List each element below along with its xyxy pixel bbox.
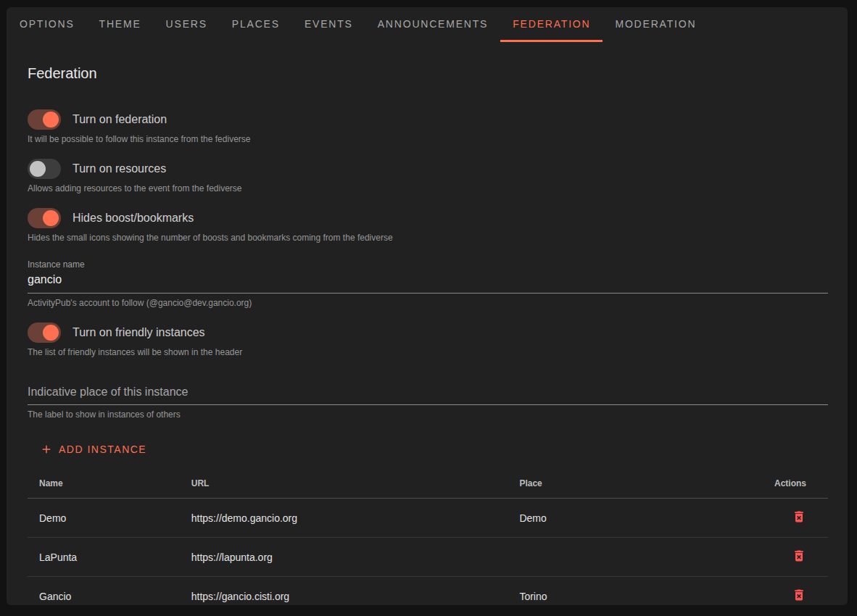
- instance-place-cell: Torino: [508, 577, 732, 606]
- toggle-thumb: [43, 210, 59, 226]
- resources-toggle-label: Turn on resources: [73, 162, 166, 175]
- boost-switch-group: Hides boost/bookmarks Hides the small ic…: [28, 208, 828, 243]
- instance-url-cell: https://gancio.cisti.org: [180, 577, 508, 606]
- instance-place-hint: The label to show in instances of others: [28, 409, 828, 420]
- tab-announcements[interactable]: ANNOUNCEMENTS: [365, 7, 501, 42]
- add-instance-button[interactable]: ADD INSTANCE: [28, 436, 158, 462]
- column-header-url: URL: [180, 471, 508, 499]
- federation-toggle[interactable]: [28, 109, 61, 130]
- table-row: Gancio https://gancio.cisti.org Torino: [28, 577, 828, 606]
- column-header-place: Place: [508, 471, 732, 499]
- instance-url-cell: https://lapunta.org: [180, 538, 508, 577]
- instance-name-cell: Gancio: [28, 577, 180, 606]
- table-row: Demo https://demo.gancio.org Demo: [28, 499, 828, 538]
- instance-name-field-group: Instance name ActivityPub's account to f…: [28, 259, 828, 308]
- tab-moderation[interactable]: MODERATION: [603, 7, 708, 42]
- toggle-thumb: [30, 161, 46, 177]
- trash-delete-icon: [792, 549, 806, 563]
- admin-tab-bar: OPTIONS THEME USERS PLACES EVENTS ANNOUN…: [7, 7, 848, 42]
- federation-toggle-hint: It will be possible to follow this insta…: [28, 134, 828, 144]
- federation-settings-panel: Federation Turn on federation It will be…: [7, 65, 848, 605]
- instance-name-cell: LaPunta: [28, 538, 180, 577]
- tab-federation[interactable]: FEDERATION: [500, 7, 603, 42]
- instance-name-label: Instance name: [28, 259, 828, 270]
- friendly-switch-group: Turn on friendly instances The list of f…: [28, 322, 828, 357]
- tab-events[interactable]: EVENTS: [292, 7, 365, 42]
- instance-name-hint: ActivityPub's account to follow (@gancio…: [28, 298, 828, 308]
- tab-users[interactable]: USERS: [154, 7, 220, 42]
- resources-toggle[interactable]: [28, 159, 61, 179]
- instance-url-cell: https://demo.gancio.org: [180, 499, 508, 538]
- add-instance-button-label: ADD INSTANCE: [59, 444, 146, 455]
- friendly-instances-toggle[interactable]: [28, 322, 61, 343]
- plus-icon: [40, 443, 53, 456]
- trash-delete-icon: [792, 509, 806, 524]
- friendly-instances-toggle-label: Turn on friendly instances: [73, 326, 205, 339]
- friendly-instances-toggle-hint: The list of friendly instances will be s…: [28, 347, 828, 357]
- federation-toggle-label: Turn on federation: [73, 113, 167, 126]
- tab-options[interactable]: OPTIONS: [7, 7, 87, 42]
- toggle-thumb: [43, 325, 59, 341]
- hide-boost-toggle-label: Hides boost/bookmarks: [73, 212, 194, 225]
- delete-instance-button[interactable]: [792, 549, 806, 563]
- page-title: Federation: [28, 65, 828, 82]
- toggle-thumb: [43, 112, 59, 128]
- column-header-actions: Actions: [732, 471, 829, 499]
- instance-name-cell: Demo: [28, 499, 180, 538]
- trash-delete-icon: [792, 588, 806, 602]
- resources-switch-group: Turn on resources Allows adding resource…: [28, 159, 828, 193]
- column-header-name: Name: [28, 471, 180, 499]
- tab-theme[interactable]: THEME: [87, 7, 154, 42]
- delete-instance-button[interactable]: [792, 509, 806, 524]
- federation-switch-group: Turn on federation It will be possible t…: [28, 109, 828, 144]
- admin-panel-card: OPTIONS THEME USERS PLACES EVENTS ANNOUN…: [7, 7, 848, 605]
- delete-instance-button[interactable]: [792, 588, 806, 602]
- instance-name-input[interactable]: [28, 271, 828, 294]
- instance-place-field-group: The label to show in instances of others: [28, 380, 828, 420]
- instance-place-input[interactable]: [28, 380, 828, 405]
- instance-place-cell: Demo: [508, 499, 732, 538]
- instance-place-cell: [508, 538, 732, 577]
- table-header-row: Name URL Place Actions: [28, 471, 828, 499]
- friendly-instances-table: Name URL Place Actions Demo https://demo…: [28, 471, 828, 605]
- hide-boost-toggle-hint: Hides the small icons showing the number…: [28, 233, 828, 243]
- table-row: LaPunta https://lapunta.org: [28, 538, 828, 577]
- hide-boost-toggle[interactable]: [28, 208, 61, 228]
- resources-toggle-hint: Allows adding resources to the event fro…: [28, 183, 828, 193]
- tab-places[interactable]: PLACES: [220, 7, 292, 42]
